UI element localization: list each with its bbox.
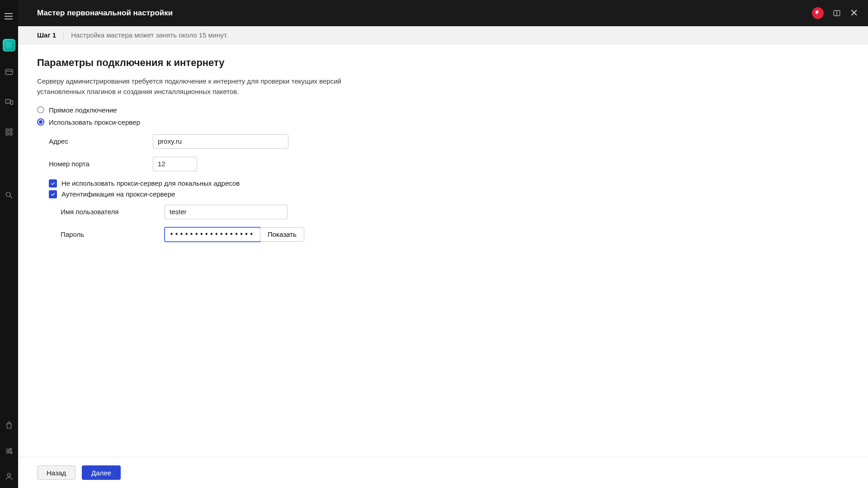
checkbox-icon [49,190,57,198]
svg-point-7 [6,192,10,197]
modal-title: Мастер первоначальной настройки [37,9,812,18]
page-title: Параметры подключения к интернету [37,57,849,69]
port-input[interactable] [153,157,197,171]
notifications-button[interactable] [812,7,824,19]
svg-rect-6 [10,133,12,135]
step-bar: Шаг 1 Настройка мастера может занять око… [18,26,868,44]
search-icon[interactable] [5,191,14,200]
account-icon[interactable] [5,472,14,481]
radio-icon [37,118,44,126]
svg-point-8 [10,448,11,450]
address-label: Адрес [49,137,153,145]
page-description: Серверу администрирования требуется подк… [37,76,344,97]
modal-header: Мастер первоначальной настройки ✕ [18,0,868,26]
wizard-footer: Назад Далее [18,457,868,488]
wizard-modal: Мастер первоначальной настройки ✕ Шаг 1 … [18,0,868,488]
radio-label: Прямое подключение [49,106,117,114]
row-username: Имя пользователя [49,205,849,219]
auth-block: Имя пользователя Пароль Показать [37,205,849,242]
radio-direct-connection[interactable]: Прямое подключение [37,106,849,114]
app-logo [3,39,15,52]
checkbox-label: Не использовать прокси-сервер для локаль… [61,179,240,187]
menu-toggle-button[interactable] [5,12,14,21]
checkbox-label: Аутентификация на прокси-сервере [61,190,175,198]
password-input[interactable] [165,227,260,242]
settings-icon[interactable] [5,446,14,455]
port-label: Номер порта [49,160,153,168]
connection-type-group: Прямое подключение Использовать прокси-с… [37,106,849,126]
left-rail [0,0,18,488]
svg-rect-3 [6,129,8,131]
svg-rect-2 [10,101,13,104]
apps-icon[interactable] [5,127,14,136]
checkbox-proxy-auth[interactable]: Аутентификация на прокси-сервере [37,190,849,198]
radio-use-proxy[interactable]: Использовать прокси-сервер [37,118,849,126]
svg-point-11 [8,473,11,476]
dashboard-icon[interactable] [5,68,14,77]
back-button[interactable]: Назад [37,465,75,480]
svg-point-10 [10,452,12,454]
checkbox-bypass-local[interactable]: Не использовать прокси-сервер для локаль… [37,179,849,188]
row-proxy-address: Адрес [37,134,849,149]
step-number: Шаг 1 [37,31,56,39]
radio-icon [37,106,44,113]
svg-point-9 [8,450,9,451]
username-input[interactable] [165,205,288,219]
next-button[interactable]: Далее [82,465,121,480]
password-label: Пароль [61,230,165,238]
step-hint: Настройка мастера может занять около 15 … [71,31,228,39]
package-icon[interactable] [5,421,14,430]
row-password: Пароль Показать [49,227,849,242]
wizard-content: Параметры подключения к интернету Сервер… [18,44,868,457]
svg-rect-5 [6,133,8,135]
help-icon[interactable] [832,8,842,18]
show-password-button[interactable]: Показать [260,227,304,242]
row-proxy-port: Номер порта [37,157,849,171]
devices-icon[interactable] [5,98,14,107]
close-button[interactable]: ✕ [850,8,858,18]
checkbox-icon [49,179,57,188]
svg-rect-0 [6,69,13,75]
address-input[interactable] [153,134,288,149]
svg-rect-4 [10,129,12,131]
radio-label: Использовать прокси-сервер [49,118,140,126]
svg-rect-1 [6,99,10,103]
username-label: Имя пользователя [61,208,165,216]
